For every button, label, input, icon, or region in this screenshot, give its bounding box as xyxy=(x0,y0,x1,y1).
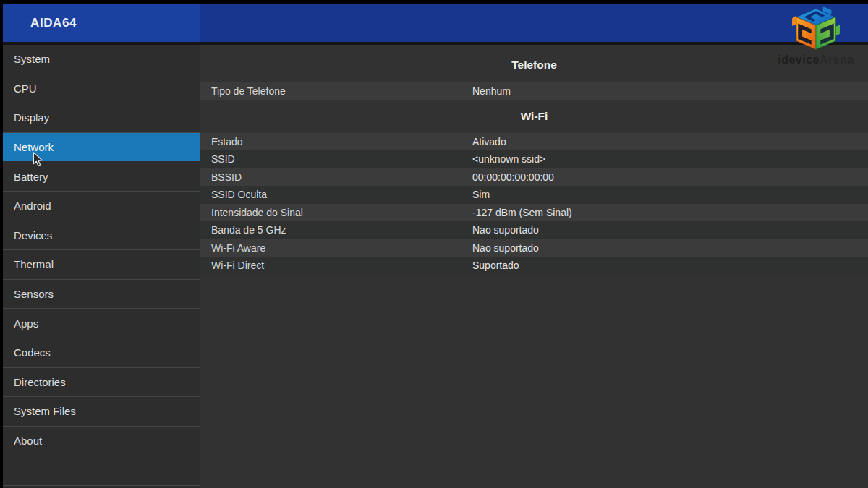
row-label: BSSID xyxy=(200,171,472,183)
info-row-intensidade-do-sinal: Intensidade do Sinal -127 dBm (Sem Sinal… xyxy=(200,204,868,222)
sidebar: System CPU Display Network Battery Andro… xyxy=(3,45,200,488)
row-label: SSID xyxy=(200,153,472,165)
app-header-right xyxy=(200,4,868,42)
row-label: Estado xyxy=(200,136,472,147)
sidebar-item-sensors[interactable]: Sensors xyxy=(3,280,200,309)
row-label: Wi-Fi Direct xyxy=(200,260,472,271)
row-value: Nao suportado xyxy=(472,224,868,236)
info-row-tipo-de-telefone: Tipo de Telefone Nenhum xyxy=(200,82,868,100)
info-row-bssid: BSSID 00:00:00:00:00:00 xyxy=(200,168,868,187)
app-title: AIDA64 xyxy=(3,16,77,30)
row-label: SSID Oculta xyxy=(200,189,472,200)
row-label: Intensidade do Sinal xyxy=(200,207,472,218)
row-value: 00:00:00:00:00:00 xyxy=(472,171,868,183)
info-row-banda-5ghz: Banda de 5 GHz Nao suportado xyxy=(200,221,868,239)
sidebar-item-codecs[interactable]: Codecs xyxy=(3,338,200,368)
info-row-wifi-aware: Wi-Fi Aware Nao suportado xyxy=(200,239,868,257)
sidebar-item-thermal[interactable]: Thermal xyxy=(3,250,200,280)
section-title-wifi: Wi-Fi xyxy=(200,108,868,125)
sidebar-item-system[interactable]: System xyxy=(3,45,200,74)
sidebar-item-cpu[interactable]: CPU xyxy=(3,74,200,104)
row-label: Wi-Fi Aware xyxy=(200,242,472,254)
row-label: Tipo de Telefone xyxy=(200,85,472,97)
row-label: Banda de 5 GHz xyxy=(200,224,472,236)
sidebar-item-devices[interactable]: Devices xyxy=(3,221,200,251)
sidebar-item-display[interactable]: Display xyxy=(3,103,200,133)
app-window: AIDA64 System CPU Display Network Batter… xyxy=(0,0,868,488)
row-value: -127 dBm (Sem Sinal) xyxy=(472,207,868,218)
sidebar-bottom-divider xyxy=(3,485,200,486)
row-value: Nao suportado xyxy=(472,242,868,254)
row-value: Ativado xyxy=(472,136,868,147)
info-row-estado: Estado Ativado xyxy=(200,133,868,151)
mouse-cursor-icon xyxy=(30,151,46,171)
row-value: Nenhum xyxy=(472,85,868,97)
sidebar-item-about[interactable]: About xyxy=(3,427,200,456)
sidebar-item-android[interactable]: Android xyxy=(3,192,200,221)
sidebar-item-directories[interactable]: Directories xyxy=(3,368,200,398)
sidebar-item-system-files[interactable]: System Files xyxy=(3,397,200,427)
row-value: Sim xyxy=(472,189,868,200)
sidebar-item-apps[interactable]: Apps xyxy=(3,309,200,338)
info-row-ssid: SSID <unknown ssid> xyxy=(200,150,868,168)
content-panel: Telefone Tipo de Telefone Nenhum Wi-Fi E… xyxy=(200,45,868,488)
app-header-left: AIDA64 xyxy=(3,4,200,42)
info-row-ssid-oculta: SSID Oculta Sim xyxy=(200,186,868,204)
section-title-telefone: Telefone xyxy=(200,56,868,74)
app-header: AIDA64 xyxy=(3,4,868,42)
info-row-wifi-direct: Wi-Fi Direct Suportado xyxy=(200,257,868,275)
row-value: <unknown ssid> xyxy=(472,153,868,165)
row-value: Suportado xyxy=(472,260,868,271)
